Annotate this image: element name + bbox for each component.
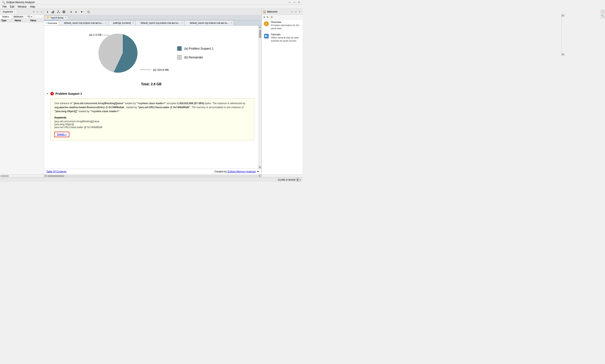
inspector-min-btn[interactable]: — [36, 10, 39, 13]
center-panel: ℹ ▼ 📂 [44, 9, 261, 177]
menu-window[interactable]: Window [16, 5, 28, 9]
tab-default-report-1[interactable]: 📄 default_report org.eclipse.mat.api:su.… [59, 20, 108, 26]
welcome-overview-desc: Provides information for the quick start… [271, 24, 301, 30]
menu-edit[interactable]: Edit [8, 5, 16, 9]
svg-text:i: i [266, 22, 267, 26]
v-scroll-down[interactable]: ▼ [258, 166, 261, 169]
svg-marker-12 [76, 11, 77, 13]
h-scroll-track[interactable] [48, 175, 258, 177]
welcome-close-btn[interactable]: × [298, 10, 301, 13]
close-button[interactable]: ✕ [297, 0, 301, 4]
welcome-v-scroll[interactable] [262, 174, 303, 177]
svg-rect-10 [63, 13, 65, 13]
inspector-h-scroll-thumb [0, 175, 9, 177]
minimize-button[interactable]: — [288, 0, 292, 4]
chart-total-label: Total: 2.6 GB [44, 82, 258, 86]
details-link[interactable]: Details » [54, 132, 69, 137]
gc-button[interactable]: 🗑 [296, 178, 299, 182]
inspector-back-btn[interactable]: ↩ [32, 10, 36, 13]
welcome-tutorials-text: Tutorials Offers several step-by-step tu… [271, 33, 301, 43]
welcome-icon: 🏠 [263, 10, 266, 13]
tab-path2gc-close[interactable]: × [133, 22, 134, 24]
table-of-contents-link[interactable]: Table Of Contents [46, 170, 66, 173]
col-type: Type [0, 19, 13, 22]
content-h-scroll[interactable]: ◄ ► [44, 174, 261, 177]
toolbar-info-btn[interactable]: ℹ [45, 10, 50, 14]
inspector-tab-statics[interactable]: Statics [0, 15, 11, 19]
toolbar-tree-btn[interactable] [56, 10, 61, 14]
inspector-tab-count[interactable]: ²2 ✏ [26, 15, 35, 18]
toolbar-nav-back-btn[interactable] [68, 10, 73, 14]
tab-default-report-2[interactable]: 📄 default_report org.eclipse.mat.api:su.… [136, 20, 185, 26]
tab-dr3-icon: 📄 [186, 22, 189, 24]
h-scroll-left-btn[interactable]: ◄ [44, 175, 47, 178]
created-by-text: Created by [215, 170, 227, 173]
inspector-tab-attributes[interactable]: Attributes [11, 15, 26, 18]
tab-default-report-3[interactable]: 📄 default_report org.eclipse.mat.api:su.… [185, 20, 234, 26]
content-v-scrollbar[interactable]: ▲ ▼ [258, 26, 261, 169]
keywords-section: Keywords java.util.concurrent.ArrayBlock… [54, 116, 250, 129]
welcome-min-btn[interactable]: — [290, 10, 294, 13]
tab-overview[interactable]: ℹ Overview [44, 20, 59, 26]
resource-entry: org.apache.catalina.loader.ResourceEntry… [54, 106, 124, 109]
dump-file-tab-close[interactable]: × [65, 17, 66, 19]
toolbar-list-btn[interactable] [61, 10, 66, 14]
suspect-description-box: One instance of "java.util.concurrent.Ar… [51, 98, 254, 140]
keyword-3: java.net.URLClassLoader @ 0x7408d80d8 [54, 126, 250, 129]
inspector-tab-actions: ↩ — □ [32, 10, 43, 13]
svg-rect-9 [63, 12, 65, 12]
pie-chart-svg [99, 32, 146, 74]
chart-legend: (a) Problem Suspect 1 (b) Remainder [177, 46, 213, 60]
inspector-max-btn[interactable]: □ [40, 10, 43, 13]
menu-file[interactable]: File [1, 5, 8, 9]
inspector-panel: Inspector × ↩ — □ Statics Attributes ²2 … [0, 9, 44, 177]
welcome-back-btn[interactable]: ◄ [262, 15, 266, 19]
main-content-area[interactable]: (a) 2.3 GB (b) 334.8 MB [44, 26, 258, 169]
v-scroll-thumb[interactable] [259, 30, 261, 38]
v-scroll-up[interactable]: ▲ [258, 26, 261, 28]
tab-path2gc[interactable]: 📄 path2gc [context] × [108, 20, 136, 26]
section-header[interactable]: ▼ ✕ Problem Suspect 1 [44, 90, 258, 97]
maximize-button[interactable]: □ [292, 0, 296, 4]
tab-dr1-close[interactable]: × [105, 22, 106, 24]
loader-name: "<system class loader>" [137, 102, 166, 105]
dump-file-tab[interactable]: 📂 hypc4.dump × [45, 15, 68, 20]
footer-dropdown-btn[interactable]: ▼ [257, 170, 259, 173]
tab-dr3-close[interactable]: × [231, 22, 232, 24]
toolbar-nav-fwd-btn[interactable] [74, 10, 79, 14]
dump-file-icon: 📂 [47, 16, 50, 19]
inspector-h-scroll[interactable] [0, 174, 44, 177]
legend-color-a [177, 46, 182, 51]
welcome-panel-controls: — □ × [290, 10, 301, 13]
welcome-home-btn[interactable]: 🏠 [270, 15, 273, 19]
svg-point-3 [58, 11, 59, 11]
url-classloader: "java.net.URLClassLoader @ 0x7408d80d8" [138, 106, 190, 109]
inspector-tab-edit-icon: ✏ [31, 15, 32, 18]
keyword-1: java.util.concurrent.ArrayBlockingQueue [54, 120, 250, 123]
pie-chart-container: (a) 2.3 GB (b) 334.8 MB [89, 30, 152, 76]
h-scroll-right-btn[interactable]: ► [258, 175, 261, 178]
welcome-max-btn[interactable]: □ [294, 10, 297, 13]
toolbar-dropdown-btn[interactable]: ▼ [79, 10, 84, 14]
inspector-tab[interactable]: Inspector × [1, 10, 17, 14]
v-scroll-track[interactable] [258, 28, 261, 166]
legend-label-b: (b) Remainder [184, 56, 203, 59]
welcome-fwd-btn[interactable]: ► [266, 15, 270, 19]
memory-size: 2,429,623,688 (87.38%) [177, 102, 204, 105]
welcome-tutorials-icon [263, 33, 269, 39]
toolbar-search-btn[interactable] [86, 10, 91, 14]
toolbar-chart-btn[interactable] [51, 10, 55, 14]
dump-file-label: hypc4.dump [51, 16, 64, 19]
svg-rect-2 [53, 11, 54, 13]
eclipse-memory-analyzer-link[interactable]: Eclipse Memory Analyzer [228, 170, 256, 173]
pie-label-a-arrow [102, 33, 111, 37]
svg-line-6 [58, 11, 58, 12]
inspector-table: Type Name Value [0, 19, 44, 22]
content-tab-bar: ℹ Overview 📄 default_report org.eclipse.… [44, 20, 261, 26]
welcome-content: i Overview Provides information for the … [262, 20, 303, 174]
menu-help[interactable]: Help [28, 5, 37, 9]
tab-dr2-close[interactable]: × [182, 22, 183, 24]
keywords-title: Keywords [54, 116, 250, 119]
inspector-tab-bar: Inspector × ↩ — □ [0, 9, 44, 15]
section-error-icon: ✕ [51, 92, 54, 95]
